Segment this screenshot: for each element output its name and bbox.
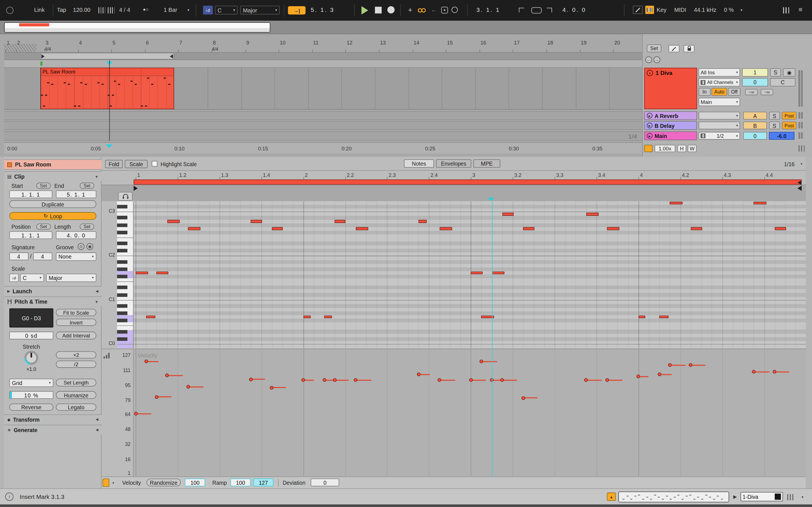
track-lane-diva[interactable]: PL Saw Room	[4, 68, 642, 110]
fold-icon[interactable]: ▶	[647, 113, 652, 118]
velocity-marker[interactable]	[605, 378, 609, 382]
return-a-send[interactable]: A	[743, 112, 767, 120]
piano-key[interactable]	[117, 205, 134, 209]
current-device[interactable]: 1-Diva	[741, 492, 783, 501]
fold-icon[interactable]: ▶	[647, 133, 652, 138]
track-header-diva[interactable]: ▾ 1 Diva	[644, 68, 697, 109]
cpu-meter[interactable]: 0 %	[724, 7, 734, 13]
velocity-marker[interactable]	[249, 378, 253, 381]
clip-loop-bar[interactable]	[101, 179, 806, 184]
back-to-arrangement-icon[interactable]: ←	[431, 6, 437, 13]
link-button[interactable]: Link	[34, 7, 45, 13]
section-pitch-time[interactable]: Pitch & Time ▼	[4, 296, 101, 306]
set-length-button[interactable]: Set Length	[56, 379, 96, 386]
midi-note[interactable]	[156, 271, 168, 274]
velocity-marker[interactable]	[186, 385, 190, 389]
loop-region[interactable]	[134, 179, 802, 184]
section-generate[interactable]: ∗ Generate ◀	[4, 425, 101, 435]
follow-button[interactable]: →|	[288, 6, 305, 14]
draw-mode-icon[interactable]	[441, 7, 448, 13]
return-lane-b[interactable]	[4, 121, 642, 130]
return-b-send[interactable]: B	[743, 122, 767, 129]
piano-key[interactable]	[117, 216, 134, 220]
key-map-button[interactable]: Key	[657, 7, 666, 13]
velocity-marker[interactable]	[479, 360, 483, 363]
time-ruler[interactable]: 0:000:050:100:150:200:250:300:35	[4, 142, 642, 154]
time-signature-field[interactable]: 4 / 4	[119, 7, 130, 13]
scrub-area[interactable]	[4, 60, 642, 68]
input-channel-select[interactable]: All Channels▾	[699, 78, 740, 86]
arrangement-overview[interactable]	[0, 20, 812, 34]
clip-root-select[interactable]: C▾	[20, 274, 44, 282]
velocity-marker[interactable]	[417, 373, 420, 376]
return-b-routing-select[interactable]: ▾	[699, 122, 740, 129]
section-clip[interactable]: ▤ Clip ▼	[4, 171, 101, 181]
midi-note[interactable]	[324, 316, 332, 319]
scale-icon[interactable]: ♭♯	[203, 6, 213, 14]
info-icon[interactable]: i	[5, 493, 13, 501]
tap-tempo-button[interactable]: Tap	[57, 7, 66, 13]
piano-key[interactable]	[117, 245, 134, 249]
piano-key[interactable]	[117, 234, 134, 238]
set-marker-button[interactable]: Set	[647, 45, 661, 52]
piano-key[interactable]	[117, 220, 134, 223]
midi-map-button[interactable]: MIDI	[674, 7, 686, 13]
nudge-down-icon[interactable]	[98, 7, 105, 13]
fold-button[interactable]: Fold	[105, 160, 123, 168]
randomize-button[interactable]: Randomize	[147, 478, 181, 487]
midi-note[interactable]	[754, 202, 766, 205]
monitor-off-button[interactable]: Off	[728, 88, 741, 96]
piano-key[interactable]	[117, 337, 134, 341]
piano-key[interactable]	[117, 264, 134, 267]
lane-grip[interactable]	[103, 478, 109, 487]
piano-key[interactable]	[117, 256, 134, 260]
piano-key[interactable]	[117, 212, 134, 216]
midi-overdub-icon[interactable]	[417, 8, 426, 14]
volume-field[interactable]: 0	[742, 78, 768, 86]
velocity-marker[interactable]	[134, 412, 138, 416]
piano-key[interactable]	[117, 323, 134, 326]
midi-note[interactable]	[303, 316, 311, 319]
stop-button[interactable]	[375, 7, 382, 13]
output-routing-select[interactable]: Main▾	[699, 98, 740, 106]
groove-select[interactable]: None▾	[56, 252, 96, 261]
piano-key[interactable]	[117, 312, 134, 315]
midi-note[interactable]	[167, 220, 180, 223]
return-a-post-toggle[interactable]: Post	[782, 112, 796, 120]
midi-note[interactable]	[356, 227, 368, 230]
velocity-marker[interactable]	[438, 378, 441, 382]
start-set-button[interactable]: Set	[36, 182, 51, 189]
zoom-height-button[interactable]: H	[677, 145, 686, 152]
piano-key[interactable]	[117, 260, 134, 264]
piano-key[interactable]	[117, 282, 134, 286]
end-set-button[interactable]: Set	[80, 182, 94, 189]
clip-scale-select[interactable]: Major▾	[46, 274, 96, 282]
tab-mpe[interactable]: MPE	[473, 159, 500, 168]
velocity-marker[interactable]	[270, 386, 274, 390]
punch-loop-length-field[interactable]: 4. 0. 0	[562, 7, 586, 13]
zoom-speed-icon[interactable]	[644, 145, 652, 152]
main-volume-field[interactable]: 0	[743, 132, 767, 140]
piano-key[interactable]	[117, 297, 134, 300]
midi-note[interactable]	[586, 213, 599, 216]
main-gain-field[interactable]: -6.0	[769, 132, 795, 140]
midi-note[interactable]	[691, 227, 702, 230]
velocity-marker[interactable]	[521, 396, 525, 400]
position-set-button[interactable]: Set	[36, 223, 51, 230]
humanize-amount-field[interactable]: 10 %	[9, 391, 53, 399]
fit-to-scale-button[interactable]: Fit to Scale	[56, 309, 96, 316]
velocity-marker[interactable]	[637, 375, 640, 378]
lane-select-label[interactable]: Velocity	[122, 480, 141, 486]
velocity-marker[interactable]	[165, 374, 169, 378]
midi-note[interactable]	[523, 227, 535, 230]
computer-midi-keyboard-icon[interactable]	[645, 6, 654, 14]
scale-button[interactable]: Scale	[125, 160, 148, 168]
prev-marker-icon[interactable]: ←	[645, 56, 652, 63]
loop-brace[interactable]	[40, 53, 174, 59]
midi-note[interactable]	[774, 227, 786, 230]
velocity-marker[interactable]	[668, 363, 672, 367]
return-lane-a[interactable]	[4, 111, 642, 120]
add-interval-button[interactable]: Add Interval	[56, 332, 96, 339]
velocity-marker[interactable]	[689, 363, 693, 367]
tab-notes[interactable]: Notes	[404, 159, 434, 168]
